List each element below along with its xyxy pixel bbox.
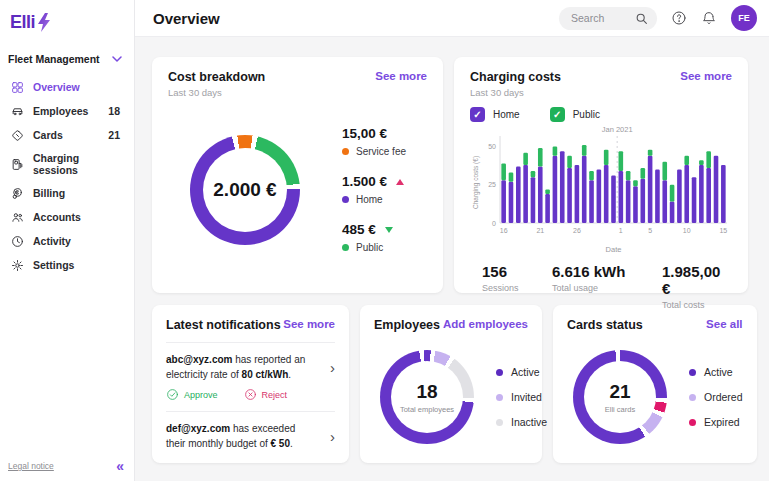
main-area: Overview FE — [135, 0, 769, 481]
reject-button[interactable]: Reject — [244, 388, 288, 401]
svg-text:Jan 2021: Jan 2021 — [602, 125, 633, 134]
stat-label: Total usage — [552, 283, 662, 293]
svg-text:Charging costs (€): Charging costs (€) — [472, 156, 480, 209]
search-box[interactable] — [559, 7, 657, 30]
add-employees-link[interactable]: Add employees — [443, 318, 528, 330]
legend-label: Active — [704, 366, 733, 378]
svg-text:26: 26 — [573, 227, 581, 234]
search-input[interactable] — [571, 12, 635, 24]
help-icon[interactable] — [671, 10, 687, 26]
stat-total-usage: 6.616 kWh Total usage — [552, 263, 662, 310]
gear-icon — [10, 258, 24, 272]
sidebar-item-activity[interactable]: Activity — [0, 229, 134, 253]
coin-icon — [10, 186, 24, 200]
svg-text:10: 10 — [683, 227, 691, 234]
legend-label: Invited — [511, 391, 542, 403]
stat-value: 6.616 kWh — [552, 263, 662, 280]
notification-bold-value: € 50 — [271, 438, 290, 449]
public-checkbox[interactable]: ✓ Public — [550, 107, 600, 122]
sidebar-item-label: Charging sessions — [33, 152, 120, 176]
donut-center-label: Total employees — [400, 405, 454, 414]
legend-label: Public — [356, 242, 383, 253]
search-icon[interactable] — [635, 12, 648, 25]
card-title: Charging costs — [470, 70, 561, 84]
legend-item-ordered: Ordered — [689, 391, 743, 403]
see-more-link[interactable]: See more — [375, 70, 427, 82]
legend-item-public: 485 € Public — [342, 222, 406, 253]
checkbox-label: Public — [573, 109, 600, 120]
legend-dot — [496, 369, 503, 376]
legend-item-active: Active — [496, 366, 547, 378]
notification-item[interactable]: def@xyz.com has exceeded their monthly b… — [166, 412, 335, 451]
chevron-right-icon[interactable]: › — [330, 429, 335, 444]
legend-label: Service fee — [356, 146, 406, 157]
approve-button[interactable]: Approve — [166, 388, 218, 401]
chevron-right-icon[interactable]: › — [330, 360, 335, 375]
legend-item-home: 1.500 € Home — [342, 174, 406, 205]
checkbox-checked-icon[interactable]: ✓ — [470, 107, 485, 122]
dashboard-content: Cost breakdown Last 30 days See more 2.0… — [135, 37, 769, 481]
see-all-link[interactable]: See all — [706, 318, 742, 330]
notification-text-part: . — [290, 438, 293, 449]
lightning-bolt-icon — [37, 13, 52, 32]
approve-label: Approve — [184, 390, 218, 400]
sidebar-footer: Legal notice « — [8, 459, 124, 473]
sidebar-item-label: Activity — [33, 235, 120, 247]
donut-center-value: 21 — [609, 381, 630, 403]
legend-item-invited: Invited — [496, 391, 547, 403]
charging-costs-card: Charging costs Last 30 days See more ✓ H… — [454, 57, 748, 293]
fleet-management-selector[interactable]: Fleet Management — [0, 33, 134, 65]
legend-dot — [689, 419, 696, 426]
top-bar: Overview FE — [135, 0, 769, 37]
brand-name: Elli — [10, 12, 35, 33]
sidebar-item-cards[interactable]: Cards 21 — [0, 123, 134, 147]
card-title: Cost breakdown — [168, 70, 265, 84]
legend-dot — [496, 419, 503, 426]
sidebar-item-label: Cards — [33, 129, 108, 141]
car-icon — [10, 104, 24, 118]
sidebar-item-accounts[interactable]: Accounts — [0, 205, 134, 229]
clock-icon — [10, 234, 24, 248]
sidebar-item-billing[interactable]: Billing — [0, 181, 134, 205]
reject-label: Reject — [262, 390, 288, 400]
people-icon — [10, 210, 24, 224]
trend-down-icon — [385, 227, 393, 233]
legend-value: 15,00 € — [342, 126, 387, 141]
brand-logo[interactable]: Elli — [0, 0, 134, 33]
employees-donut-chart: 18 Total employees — [380, 350, 474, 444]
card-title: Employees — [374, 318, 440, 332]
cards-status-legend: Active Ordered Expired — [689, 366, 743, 428]
avatar[interactable]: FE — [731, 5, 757, 31]
home-checkbox[interactable]: ✓ Home — [470, 107, 520, 122]
cost-breakdown-card: Cost breakdown Last 30 days See more 2.0… — [152, 57, 443, 293]
notification-item[interactable]: abc@xyz.com has reported an electricity … — [166, 343, 335, 382]
see-more-link[interactable]: See more — [680, 70, 732, 82]
app-root: Elli Fleet Management Overview — [0, 0, 769, 481]
employees-card: Employees Add employees 18 Total employe… — [360, 305, 542, 463]
legend-label: Ordered — [704, 391, 743, 403]
employees-legend: Active Invited Inactive — [496, 366, 547, 428]
donut-center-value: 2.000 € — [213, 179, 276, 201]
legend-item-expired: Expired — [689, 416, 743, 428]
latest-notifications-card: Latest notifications See more abc@xyz.co… — [152, 305, 349, 463]
bell-icon[interactable] — [701, 10, 717, 26]
notification-text: def@xyz.com has exceeded their monthly b… — [166, 421, 314, 451]
checkbox-checked-icon[interactable]: ✓ — [550, 107, 565, 122]
sidebar-item-charging-sessions[interactable]: Charging sessions — [0, 147, 134, 181]
cost-breakdown-donut-chart: 2.000 € — [190, 135, 300, 245]
legend-dot — [342, 196, 349, 203]
legend-label: Home — [356, 194, 383, 205]
sidebar-item-label: Accounts — [33, 211, 120, 223]
collapse-sidebar-icon[interactable]: « — [116, 459, 124, 473]
svg-text:50: 50 — [488, 143, 496, 150]
card-title: Latest notifications — [166, 318, 281, 332]
legal-notice-link[interactable]: Legal notice — [8, 461, 54, 471]
approve-check-icon — [166, 388, 179, 401]
sidebar-item-settings[interactable]: Settings — [0, 253, 134, 277]
sidebar: Elli Fleet Management Overview — [0, 0, 135, 481]
svg-text:15: 15 — [719, 227, 727, 234]
see-more-link[interactable]: See more — [283, 318, 335, 330]
sidebar-item-overview[interactable]: Overview — [0, 75, 134, 99]
sidebar-item-employees[interactable]: Employees 18 — [0, 99, 134, 123]
stat-label: Total costs — [662, 300, 732, 310]
